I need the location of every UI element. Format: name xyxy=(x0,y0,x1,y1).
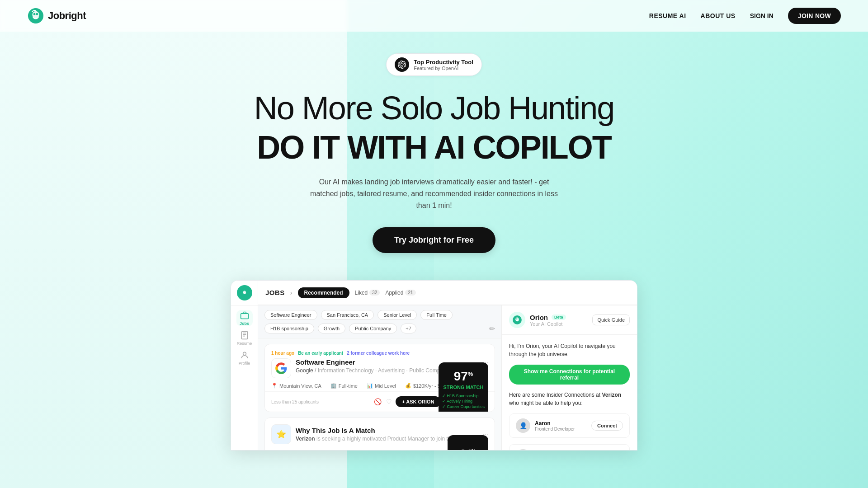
orion-greeting: Hi, I'm Orion, your AI Copilot to naviga… xyxy=(509,342,630,358)
badge-colleague: 2 former colleague work here xyxy=(347,351,410,356)
filter-h1b[interactable]: H1B sponsorship xyxy=(264,324,314,333)
svg-point-14 xyxy=(518,319,519,319)
jobs-label: JOBS xyxy=(265,289,285,296)
sign-in-link[interactable]: SIGN IN xyxy=(750,12,774,19)
svg-point-7 xyxy=(245,291,245,292)
svg-point-10 xyxy=(243,352,246,355)
match-check-2: ✓ Actively Hiring xyxy=(442,399,485,404)
tab-recommended[interactable]: Recommended xyxy=(298,287,349,298)
job-badges: 1 hour ago Be an early applicant 2 forme… xyxy=(271,351,488,356)
sarah-avatar: 👤 xyxy=(516,449,530,450)
aaron-avatar: 👤 xyxy=(516,418,530,433)
logo[interactable]: Jobright xyxy=(27,7,86,24)
ask-orion-button[interactable]: + ASK ORION xyxy=(396,396,440,407)
job-card-1: 1 hour ago Be an early applicant 2 forme… xyxy=(264,344,495,412)
app-body: Jobs Resume Profile xyxy=(231,305,637,450)
orion-header: Orion Beta Your AI Copilot Quick Guide xyxy=(502,305,637,335)
filter-software-engineer[interactable]: Software Engineer xyxy=(264,310,317,320)
orion-connections-msg: Here are some Insider Connections at Ver… xyxy=(509,391,630,407)
aaron-name: Aaron xyxy=(535,420,587,427)
nav-links: RESUME AI ABOUT US SIGN IN JOIN NOW xyxy=(649,8,841,24)
applied-count: 21 xyxy=(405,290,415,296)
orion-panel: Orion Beta Your AI Copilot Quick Guide H… xyxy=(501,305,637,450)
match-badge: 97% STRONG MATCH ✓ H1B Sponsorship ✓ Act… xyxy=(439,362,488,412)
connection-sarah: 👤 Sarah Software Engineer Connect xyxy=(509,444,630,450)
orion-name: Orion xyxy=(530,314,548,321)
orion-body: Hi, I'm Orion, your AI Copilot to naviga… xyxy=(502,335,637,450)
action-icons: 🚫 ♡ xyxy=(374,398,392,405)
aaron-role: Frontend Developer xyxy=(535,427,587,432)
orion-avatar xyxy=(509,312,525,328)
svg-point-12 xyxy=(515,318,519,322)
arrow-separator: › xyxy=(290,289,292,296)
svg-point-6 xyxy=(243,291,244,292)
applicant-count: Less than 25 applicants xyxy=(271,399,319,404)
filter-growth[interactable]: Growth xyxy=(318,324,345,333)
sidebar-profile[interactable]: Profile xyxy=(236,350,253,366)
hero-section: Top Productivity Tool Featured by OpenAI… xyxy=(0,32,868,271)
job-type: 🏢 Full-time xyxy=(330,383,358,389)
match-label: STRONG MATCH xyxy=(443,385,483,390)
tab-liked[interactable]: Liked 32 xyxy=(355,290,380,296)
svg-rect-8 xyxy=(241,313,248,319)
about-us-link[interactable]: ABOUT US xyxy=(701,12,736,19)
join-now-button[interactable]: JOIN NOW xyxy=(788,8,841,24)
sidebar-resume[interactable]: Resume xyxy=(236,330,253,346)
app-sidebar: Jobs Resume Profile xyxy=(231,305,258,450)
star-logo: ⭐ xyxy=(271,424,291,444)
app-logo xyxy=(237,285,252,300)
connection-aaron: 👤 Aaron Frontend Developer Connect xyxy=(509,413,630,438)
svg-point-5 xyxy=(243,291,245,294)
orion-beta: Beta xyxy=(552,314,566,320)
hero-cta-button[interactable]: Try Jobright for Free xyxy=(373,227,495,253)
google-logo xyxy=(271,358,291,378)
job-level: 📊 Mid Level xyxy=(367,383,396,389)
orion-subtitle: Your AI Copilot xyxy=(530,321,566,327)
navbar: Jobright RESUME AI ABOUT US SIGN IN JOIN… xyxy=(0,0,868,32)
save-icon[interactable]: ♡ xyxy=(386,398,392,405)
badge-time: 1 hour ago xyxy=(271,351,294,356)
orion-cta-button[interactable]: Show me Connections for potential referr… xyxy=(509,365,630,385)
filter-public[interactable]: Public Company xyxy=(349,324,397,333)
app-main-content: Software Engineer San Francisco, CA Seni… xyxy=(258,305,637,450)
badge-early: Be an early applicant xyxy=(298,351,343,356)
openai-icon xyxy=(395,57,409,72)
hero-headline2: DO IT WITH AI COPILOT xyxy=(257,130,611,165)
resume-ai-link[interactable]: RESUME AI xyxy=(649,12,686,19)
match-percent: 97% xyxy=(454,370,473,383)
badge-title: Top Productivity Tool xyxy=(414,59,473,66)
aaron-info: Aaron Frontend Developer xyxy=(535,420,587,432)
svg-point-13 xyxy=(516,319,517,319)
hero-headline1: No More Solo Job Hunting xyxy=(254,90,614,126)
job-card-2: ⭐ Why This Job Is A Match Verizon is see… xyxy=(264,418,495,450)
liked-count: 32 xyxy=(369,290,380,296)
tab-applied[interactable]: Applied 21 xyxy=(385,290,415,296)
hide-icon[interactable]: 🚫 xyxy=(374,398,382,405)
orion-info: Orion Beta Your AI Copilot xyxy=(530,314,566,327)
jobs-list: Software Engineer San Francisco, CA Seni… xyxy=(258,305,501,450)
app-window: JOBS › Recommended Liked 32 Applied 21 xyxy=(231,280,637,450)
connect-aaron-button[interactable]: Connect xyxy=(591,421,623,431)
svg-point-3 xyxy=(36,13,38,15)
job-location: 📍 Mountain View, CA xyxy=(271,383,321,389)
hero-subtext: Our AI makes landing job interviews dram… xyxy=(307,176,561,211)
match-check-1: ✓ H1B Sponsorship xyxy=(442,394,485,398)
match-check-3: ✓ Career Opportunities xyxy=(442,404,485,409)
openai-badge: Top Productivity Tool Featured by OpenAI xyxy=(386,53,482,76)
filter-bar: Software Engineer San Francisco, CA Seni… xyxy=(258,305,501,338)
filter-fulltime[interactable]: Full Time xyxy=(420,310,453,320)
logo-icon xyxy=(27,7,44,24)
edit-icon[interactable]: ✏ xyxy=(489,324,495,333)
app-preview: JOBS › Recommended Liked 32 Applied 21 xyxy=(0,271,868,450)
match-checks: ✓ H1B Sponsorship ✓ Actively Hiring ✓ Ca… xyxy=(442,394,485,409)
job-2-title: Why This Job Is A Match xyxy=(296,427,478,434)
filter-senior[interactable]: Senior Level xyxy=(377,310,417,320)
badge-text: Top Productivity Tool Featured by OpenAI xyxy=(414,59,473,71)
quick-guide-button[interactable]: Quick Guide xyxy=(592,314,630,325)
logo-text: Jobright xyxy=(48,10,86,22)
filter-sf[interactable]: San Francisco, CA xyxy=(321,310,374,320)
filter-more[interactable]: +7 xyxy=(401,324,416,333)
badge-subtitle: Featured by OpenAI xyxy=(414,66,473,71)
svg-point-2 xyxy=(33,13,36,15)
sidebar-jobs[interactable]: Jobs xyxy=(236,310,253,326)
